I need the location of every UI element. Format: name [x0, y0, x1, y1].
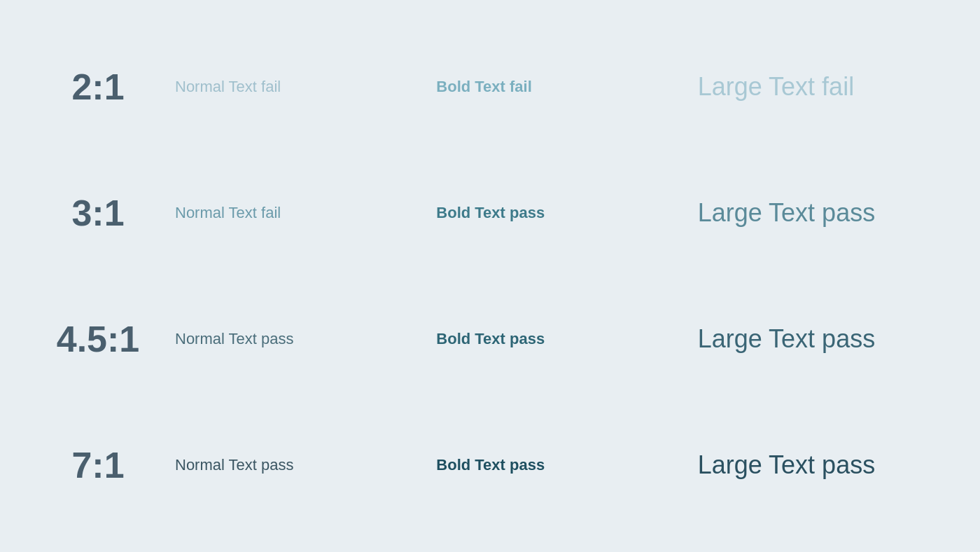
normal-text-row1: Normal Text fail — [161, 71, 422, 103]
normal-text-row2: Normal Text fail — [161, 197, 422, 229]
ratio-label-row2: 3:1 — [35, 192, 161, 234]
normal-text-row3: Normal Text pass — [161, 323, 422, 355]
bold-text-row1: Bold Text fail — [422, 71, 683, 103]
normal-text-row4: Normal Text pass — [161, 449, 422, 481]
contrast-grid: 2:1 Normal Text fail Bold Text fail Larg… — [35, 24, 945, 528]
ratio-label-row1: 2:1 — [35, 66, 161, 108]
bold-text-row2: Bold Text pass — [422, 197, 683, 229]
large-text-row1: Large Text fail — [684, 65, 945, 109]
large-text-row3: Large Text pass — [684, 317, 945, 361]
bold-text-row4: Bold Text pass — [422, 449, 683, 481]
bold-text-row3: Bold Text pass — [422, 323, 683, 355]
large-text-row2: Large Text pass — [684, 191, 945, 235]
ratio-label-row3: 4.5:1 — [35, 318, 161, 360]
large-text-row4: Large Text pass — [684, 443, 945, 487]
ratio-label-row4: 7:1 — [35, 444, 161, 486]
